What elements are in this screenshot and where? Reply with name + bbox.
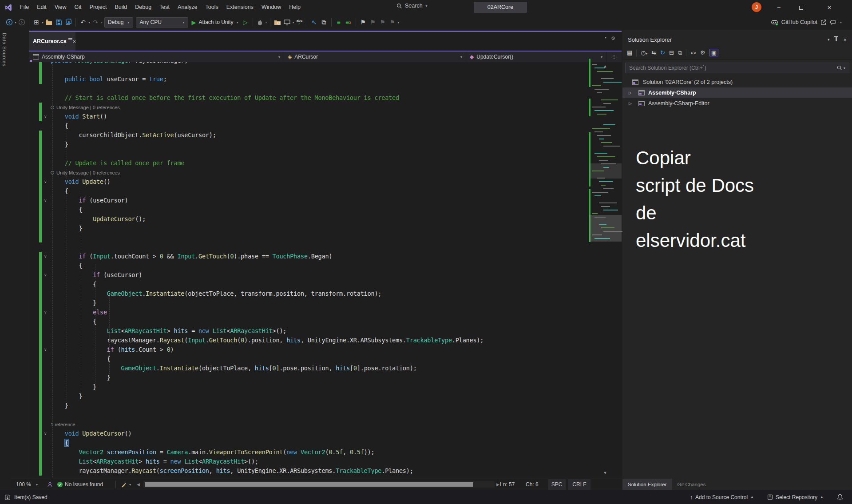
tree-item-assembly-csharp[interactable]: ▷Assembly-CSharp — [622, 87, 852, 98]
spell-check-icon[interactable]: abc✓ — [295, 17, 304, 28]
code-line[interactable]: } — [29, 298, 589, 308]
code-line[interactable]: public ARRaycastManager raycastManager; — [29, 62, 589, 65]
code-line[interactable] — [29, 84, 589, 93]
menu-item-file[interactable]: File — [16, 0, 33, 15]
close-button[interactable]: × — [819, 0, 840, 15]
column-indicator[interactable]: Ch: 6 — [526, 479, 539, 490]
codelens-line[interactable]: Unity Message | 0 references — [29, 168, 589, 177]
code-line[interactable]: { — [29, 438, 589, 448]
minimize-button[interactable]: − — [769, 0, 789, 15]
collapse-icon[interactable]: ∨ — [44, 429, 47, 438]
notifications-bell-icon[interactable] — [837, 494, 843, 500]
browser-link-icon[interactable] — [273, 17, 282, 28]
scroll-down-icon[interactable]: ▼ — [589, 471, 622, 475]
code-line[interactable]: { — [29, 121, 589, 131]
code-line[interactable] — [29, 242, 589, 252]
open-folder-icon[interactable] — [44, 17, 53, 28]
undo-icon[interactable]: ↶ — [79, 17, 87, 28]
switch-views-icon[interactable]: ▤ — [627, 49, 632, 56]
line-indicator[interactable]: Ln: 57 — [500, 479, 515, 490]
scroll-right-icon[interactable]: ▶ — [496, 479, 499, 490]
expander-icon[interactable]: ▷ — [629, 91, 632, 95]
solution-search-input[interactable]: Search Solution Explorer (Ctrl+`) ▾ — [625, 63, 849, 73]
code-line[interactable]: public bool useCursor = true; — [29, 75, 589, 84]
minimap-viewport[interactable] — [589, 215, 622, 242]
code-line[interactable]: raycastManager.Raycast(Input.GetTouch(0)… — [29, 336, 589, 345]
menu-item-help[interactable]: Help — [285, 0, 305, 15]
menu-item-window[interactable]: Window — [258, 0, 285, 15]
bottom-tab-solution-explorer[interactable]: Solution Explorer — [622, 479, 672, 490]
duplicate-code-icon[interactable]: ⧉ — [320, 17, 329, 28]
code-line[interactable]: // Update is called once per frame — [29, 159, 589, 168]
menu-item-analyze[interactable]: Analyze — [174, 0, 201, 15]
code-line[interactable]: } — [29, 140, 589, 149]
attach-to-unity-button[interactable]: ▶ Attach to Unity ▾ — [191, 19, 238, 26]
code-line[interactable]: { — [29, 280, 589, 289]
code-line[interactable]: ∨ if (Input.touchCount > 0 && Input.GetT… — [29, 252, 589, 261]
code-line[interactable]: { — [29, 317, 589, 326]
menu-item-project[interactable]: Project — [86, 0, 111, 15]
codelens-line[interactable]: Unity Message | 0 references — [29, 103, 589, 112]
menu-item-build[interactable]: Build — [111, 0, 131, 15]
window-position-icon[interactable]: ▾ — [828, 37, 830, 42]
document-tab-arcursor[interactable]: ARCursor.cs × — [29, 32, 75, 51]
navigate-forward-icon[interactable] — [17, 17, 26, 28]
class-dropdown[interactable]: ◈ ARCursor▾ — [284, 52, 466, 62]
code-line[interactable]: } — [29, 224, 589, 233]
horizontal-scrollbar[interactable] — [143, 481, 495, 488]
maximize-button[interactable] — [791, 0, 811, 15]
editor-options-gear-icon[interactable]: ⚙ — [611, 36, 615, 41]
code-line[interactable]: cursorChildObject.SetActive(useCursor); — [29, 131, 589, 140]
close-tab-icon[interactable]: × — [73, 38, 76, 45]
solution-configurations-select[interactable]: Debug▾ — [104, 17, 133, 28]
code-line[interactable]: { — [29, 354, 589, 364]
solution-platforms-select[interactable]: Any CPU▾ — [136, 17, 188, 28]
collapse-icon[interactable]: ∨ — [44, 112, 47, 121]
menu-item-test[interactable]: Test — [155, 0, 174, 15]
code-line[interactable]: GameObject.Instantiate(objectToPlace, tr… — [29, 289, 589, 298]
user-avatar[interactable]: J — [752, 2, 761, 12]
select-repository-button[interactable]: Select Repository ▲ — [767, 494, 824, 500]
menu-item-edit[interactable]: Edit — [33, 0, 51, 15]
code-line[interactable]: } — [29, 392, 589, 401]
pending-changes-filter-icon[interactable]: ◷▾ — [641, 49, 647, 56]
code-line[interactable]: ∨ void UpdateCursor() — [29, 429, 589, 438]
code-line[interactable] — [29, 65, 589, 75]
code-line[interactable]: { — [29, 187, 589, 196]
code-line[interactable]: ∨ void Update() — [29, 177, 589, 187]
search-icon[interactable]: ▾ — [837, 65, 845, 71]
project-dropdown[interactable]: Assembly-CSharp▾ — [29, 52, 284, 62]
scroll-left-icon[interactable]: ◀ — [137, 479, 140, 490]
collapse-icon[interactable]: ∨ — [44, 252, 47, 261]
expander-icon[interactable]: ▷ — [629, 101, 632, 106]
format-document-icon[interactable]: ≡2 — [344, 17, 353, 28]
refresh-icon[interactable]: ↻ — [660, 49, 665, 56]
tree-item-solution-02arcore-2-of-2-proje[interactable]: Solution '02ARCore' (2 of 2 projects) — [622, 77, 852, 87]
collapse-all-icon[interactable]: ⊟ — [669, 49, 674, 56]
code-line[interactable] — [29, 149, 589, 159]
code-line[interactable]: ∨ else — [29, 308, 589, 317]
close-panel-icon[interactable]: × — [843, 36, 847, 43]
menu-item-extensions[interactable]: Extensions — [222, 0, 258, 15]
code-editor[interactable]: public ARRaycastManager raycastManager; … — [29, 62, 589, 479]
code-line[interactable]: ∨ void Start() — [29, 112, 589, 121]
sync-with-active-document-icon[interactable]: ⇆ — [651, 49, 656, 56]
redo-icon[interactable]: ↷ — [91, 17, 100, 28]
code-line[interactable]: } — [29, 382, 589, 392]
add-to-source-control-button[interactable]: ↑ Add to Source Control ▲ — [690, 494, 754, 500]
split-window-button[interactable]: ▴▾ — [606, 52, 622, 62]
code-line[interactable]: } — [29, 401, 589, 410]
code-line[interactable]: } — [29, 373, 589, 382]
properties-icon[interactable]: ⚙ — [700, 49, 705, 56]
codelens-line[interactable]: 1 reference — [29, 420, 589, 429]
minimap-scrollbar[interactable]: ▲ ▼ — [589, 62, 622, 479]
code-line[interactable]: UpdateCursor(); — [29, 214, 589, 224]
copilot-share-icon[interactable] — [820, 19, 827, 25]
previous-bookmark-icon[interactable]: ⚑ — [369, 17, 377, 28]
code-line[interactable] — [29, 233, 589, 242]
collapse-icon[interactable]: ∨ — [44, 270, 47, 280]
code-line[interactable]: ∨ if (useCursor) — [29, 270, 589, 280]
search-box[interactable]: Search ▾ — [396, 3, 428, 9]
code-line[interactable] — [29, 410, 589, 420]
toolbar-overflow-icon[interactable]: ▾ — [398, 20, 400, 24]
